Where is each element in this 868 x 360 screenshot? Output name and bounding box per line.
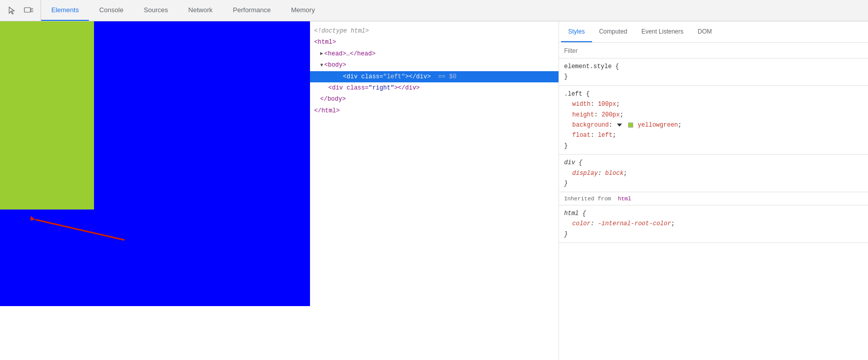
tab-console[interactable]: Console [89,0,134,21]
styles-content: element.style { } .left { width: 100px; … [559,58,868,360]
body-close-line[interactable]: </body> [310,94,559,105]
element-style-selector: element.style { [564,62,863,72]
devtools-tabs: Elements Console Sources Network Perform… [41,0,868,21]
main-content: <!doctype html> <html> ▶ <head>…</head> … [0,21,868,360]
prop-background: background: yellowgreen; [564,120,863,130]
html-rule-close: } [564,229,863,239]
body-open-line[interactable]: ▼ <body> [310,59,559,71]
html-close-line[interactable]: </html> [310,105,559,116]
head-triangle: ▶ [320,49,323,58]
left-class-rule: .left { width: 100px; height: 200px; bac… [559,86,868,155]
tab-styles[interactable]: Styles [561,21,592,42]
preview-area [0,21,310,360]
body-triangle: ▼ [320,61,323,70]
green-box [0,21,94,209]
devtools-toolbar: Elements Console Sources Network Perform… [0,0,868,21]
tab-computed[interactable]: Computed [592,21,634,42]
toolbar-icons [0,0,41,21]
prop-width: width: 100px; [564,99,863,109]
div-rule-close: } [564,178,863,189]
elements-content: <!doctype html> <html> ▶ <head>…</head> … [310,21,559,360]
background-arrow-icon[interactable] [617,124,622,127]
svg-rect-0 [24,8,30,12]
html-selector: html { [564,208,863,219]
prop-height: height: 200px; [564,110,863,120]
preview-canvas [0,21,310,360]
html-rule-block: html { color: -internal-root-color; } [559,205,868,243]
cursor-icon[interactable] [6,5,18,17]
color-swatch[interactable] [628,123,633,128]
styles-panel: Styles Computed Event Listeners DOM elem… [559,21,868,360]
tab-performance[interactable]: Performance [223,0,281,21]
left-rule-close: } [564,141,863,151]
tab-event-listeners[interactable]: Event Listeners [634,21,691,42]
head-line[interactable]: ▶ <head>…</head> [310,48,559,59]
tab-dom[interactable]: DOM [691,21,719,42]
element-style-rule: element.style { } [559,58,868,86]
tab-network[interactable]: Network [178,0,223,21]
svg-rect-1 [31,9,33,12]
inherited-tag: html [618,196,631,202]
div-selector: div { [564,158,863,168]
arrow-to-float [559,130,564,141]
div-rule-block: div { display: block; } [559,155,868,192]
prop-display: display: block; [564,168,863,178]
element-style-close: } [564,72,863,82]
filter-input[interactable] [564,47,863,54]
tab-memory[interactable]: Memory [281,0,325,21]
elements-panel: <!doctype html> <html> ▶ <head>…</head> … [310,21,559,360]
arrow-to-element [310,69,315,84]
doctype-line[interactable]: <!doctype html> [310,25,559,37]
html-open-line[interactable]: <html> [310,37,559,48]
left-selector: .left { [564,89,863,99]
div-left-line[interactable]: <div class="left"></div> == $0 [310,71,559,82]
filter-bar [559,43,868,58]
tab-sources[interactable]: Sources [134,0,178,21]
device-icon[interactable] [22,5,35,17]
prop-float: float: left; [564,130,863,140]
styles-tabs: Styles Computed Event Listeners DOM [559,21,868,43]
div-right-line[interactable]: <div class="right"></div> [310,82,559,94]
prop-color: color: -internal-root-color; [564,219,863,229]
tab-elements[interactable]: Elements [41,0,89,21]
inherited-header: Inherited from html [559,192,868,205]
